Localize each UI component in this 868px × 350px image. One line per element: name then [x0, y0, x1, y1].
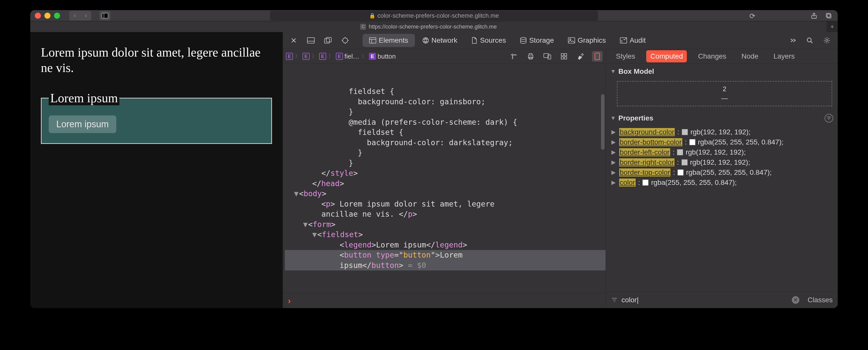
close-window-button[interactable] [35, 12, 41, 19]
reload-button[interactable]: ⟳ [749, 12, 757, 20]
rulers-icon[interactable] [509, 51, 519, 62]
dom-node-line[interactable]: } [285, 107, 606, 117]
tab-computed[interactable]: Computed [646, 50, 687, 62]
tab-layers[interactable]: Layers [769, 50, 799, 62]
filter-input[interactable]: color [621, 296, 788, 304]
properties-header[interactable]: ▼ Properties [606, 110, 838, 126]
search-icon[interactable] [804, 35, 815, 46]
dom-node-line[interactable]: ▼<fieldset> [285, 230, 606, 240]
devtools: Elements Network Sources Storage [283, 32, 838, 308]
svg-rect-0 [102, 13, 108, 18]
elements-panel: E〉 E〉 E〉 Efiel…〉 Ebutton [283, 49, 606, 308]
breadcrumb-item[interactable]: E [303, 53, 310, 60]
paint-icon[interactable] [575, 51, 586, 62]
dom-tree[interactable]: fieldset { background-color: gainsboro; … [283, 64, 606, 293]
computed-property-row[interactable]: ▶border-right-color: rgb(192, 192, 192); [610, 157, 835, 168]
box-model-diagram[interactable]: 2 — [617, 81, 832, 106]
dom-node-line[interactable]: fieldset { [285, 127, 606, 138]
dom-node-line[interactable]: } [285, 148, 606, 158]
box-model-header[interactable]: ▼ Box Model [606, 64, 838, 79]
svg-rect-7 [324, 39, 330, 43]
svg-rect-5 [307, 38, 314, 43]
dock-popout-icon[interactable] [323, 35, 333, 46]
page-fieldset: Lorem ipsum Lorem ipsum [41, 91, 272, 144]
dom-node-line[interactable]: ▼<body> [285, 188, 606, 199]
url-text: color-scheme-prefers-color-scheme.glitch… [377, 12, 499, 19]
tabs-overview-button[interactable] [824, 11, 833, 20]
computed-property-row[interactable]: ▶border-top-color: rgba(255, 255, 255, 0… [610, 168, 835, 177]
device-icon[interactable] [542, 51, 553, 62]
computed-property-row[interactable]: ▶border-left-color: rgb(192, 192, 192); [610, 147, 835, 157]
svg-point-24 [826, 39, 828, 41]
tab-styles[interactable]: Styles [612, 50, 639, 62]
grid-icon[interactable] [559, 51, 569, 62]
svg-point-9 [343, 38, 348, 43]
dom-node-line[interactable]: <legend>Lorem ipsum</legend> [285, 240, 606, 250]
dom-node-line[interactable]: </style> [285, 168, 606, 178]
maximize-window-button[interactable] [54, 12, 60, 19]
styles-panel: Styles Computed Changes Node Layers ▼ Bo… [606, 49, 838, 308]
dom-node-line[interactable]: </head> [285, 178, 606, 189]
tab-network[interactable]: Network [416, 34, 464, 47]
dom-node-line[interactable]: @media (prefers-color-scheme: dark) { [285, 117, 606, 127]
classes-toggle[interactable]: Classes [807, 296, 833, 304]
compositing-borders-icon[interactable] [592, 51, 602, 62]
more-panels-icon[interactable] [787, 35, 798, 46]
filter-row: color ✕ Classes [606, 291, 838, 308]
page-button[interactable]: Lorem ipsum [49, 115, 116, 133]
breadcrumb-item[interactable]: Efiel… [336, 53, 359, 60]
breadcrumb-item[interactable]: E [286, 53, 293, 60]
console-row[interactable]: › [283, 293, 606, 308]
tab-node[interactable]: Node [738, 50, 763, 62]
tab-graphics[interactable]: Graphics [561, 34, 612, 47]
close-devtools-button[interactable] [288, 35, 299, 46]
computed-property-row[interactable]: ▶border-bottom-color: rgba(255, 255, 255… [610, 137, 835, 147]
dom-node-line[interactable]: ipsum</button> = $0 [285, 260, 606, 271]
workspace: Lorem ipsum dolor sit amet, legere ancil… [30, 32, 838, 308]
svg-point-18 [521, 37, 526, 39]
scrollbar-thumb[interactable] [601, 94, 604, 150]
svg-rect-30 [561, 54, 563, 56]
devtools-panel-tabs: Elements Network Sources Storage [363, 34, 652, 47]
dom-node-line[interactable]: ▼<form> [285, 220, 606, 230]
dom-node-line[interactable]: background-color: gainsboro; [285, 97, 606, 107]
svg-line-23 [811, 41, 812, 43]
breadcrumb-item[interactable]: E [319, 53, 326, 60]
share-button[interactable] [809, 11, 818, 20]
svg-rect-33 [564, 57, 567, 59]
inspect-element-button[interactable] [340, 35, 350, 46]
tab-elements[interactable]: Elements [363, 34, 415, 47]
browser-tab[interactable]: C https://color-scheme-prefers-color-sch… [30, 21, 827, 32]
console-prompt-icon: › [288, 296, 291, 305]
dom-node-line[interactable]: ancillae ne vis. </p> [285, 209, 606, 220]
dom-node-line[interactable]: <button type="button">Lorem [285, 250, 606, 260]
dock-bottom-icon[interactable] [306, 35, 316, 46]
sidebar-toggle-button[interactable] [99, 11, 111, 21]
forward-button[interactable]: › [80, 11, 91, 21]
tab-sources[interactable]: Sources [465, 34, 513, 47]
address-bar[interactable]: 🔒 color-scheme-prefers-color-scheme.glit… [270, 10, 598, 21]
devtools-toolbar: Elements Network Sources Storage [283, 32, 838, 49]
svg-point-20 [570, 39, 571, 40]
tab-audit[interactable]: Audit [613, 34, 652, 47]
new-tab-button[interactable]: + [827, 21, 838, 32]
dom-breadcrumb: E〉 E〉 E〉 Efiel…〉 Ebutton [283, 49, 606, 64]
settings-icon[interactable] [822, 35, 832, 46]
dom-node-line[interactable]: } [285, 158, 606, 169]
breadcrumb-item-selected[interactable]: Ebutton [369, 53, 396, 60]
dom-node-line[interactable]: <p> Lorem ipsum dolor sit amet, legere [285, 199, 606, 209]
svg-point-17 [423, 38, 429, 43]
filter-toggle-icon[interactable] [825, 114, 833, 122]
dom-node-line[interactable]: background-color: darkslategray; [285, 138, 606, 148]
svg-rect-4 [826, 13, 830, 17]
computed-property-row[interactable]: ▶color: rgba(255, 255, 255, 0.847); [610, 177, 835, 187]
svg-rect-31 [564, 54, 567, 56]
computed-property-row[interactable]: ▶background-color: rgb(192, 192, 192); [610, 127, 835, 137]
filter-clear-button[interactable]: ✕ [792, 296, 799, 304]
print-styles-icon[interactable] [525, 51, 536, 62]
dom-node-line[interactable]: fieldset { [285, 86, 606, 97]
back-button[interactable]: ‹ [69, 11, 80, 21]
tab-storage[interactable]: Storage [514, 34, 560, 47]
tab-changes[interactable]: Changes [694, 50, 730, 62]
minimize-window-button[interactable] [44, 12, 51, 19]
